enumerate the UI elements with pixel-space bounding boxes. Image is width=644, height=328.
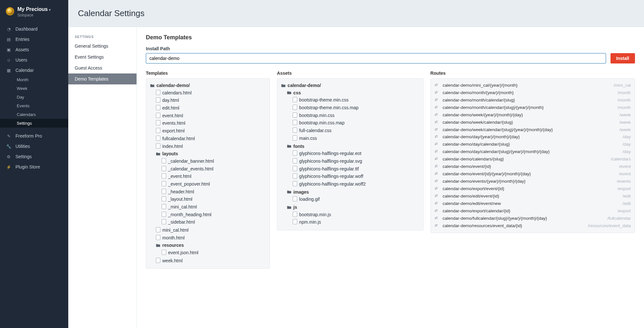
nav-label: Users (15, 57, 27, 63)
route-row: calendar-demo/calendars/{slug}/calendars (435, 156, 631, 163)
route-path: calendar-demo/month/calendar/{slug}/{yea… (443, 104, 614, 111)
routes-column: Routes calendar-demo/mini_cal/{year}/{mo… (431, 71, 635, 269)
file: _event_popover.html (162, 180, 266, 188)
nav-item-entries[interactable]: ▤Entries (0, 34, 68, 44)
nav-item-dashboard[interactable]: ◔Dashboard (0, 24, 68, 34)
route-row: calendar-demo/month/calendar/{slug}/mont… (435, 97, 631, 104)
image-icon: ▣ (6, 47, 12, 52)
settings-item-demo[interactable]: Demo Templates (68, 73, 137, 84)
route-target: /mini_cal (614, 82, 631, 89)
route-target: /day (622, 134, 631, 140)
nav-subitem-calendars[interactable]: Calendars (0, 110, 68, 119)
content-wrap: SETTINGS General SettingsEvent SettingsG… (68, 27, 644, 328)
settings-item-general[interactable]: General Settings (68, 41, 137, 52)
route-path: calendar-demo/week/calendar/{slug} (443, 119, 616, 126)
preview-columns: Templates calendar-demo/calendars.htmlda… (146, 71, 635, 269)
file: glyphicons-halflings-regular.svg (293, 158, 419, 165)
file: glyphicons-halflings-regular.woff2 (293, 180, 419, 188)
nav-subitem-events[interactable]: Events (0, 101, 68, 110)
route-path: calendar-demo/event/{id} (443, 163, 616, 170)
primary-sidebar: My Precious▾ Solspace ◔Dashboard▤Entries… (0, 0, 68, 328)
route-target: /export (618, 186, 631, 192)
install-button[interactable]: Install (611, 53, 635, 63)
site-name: My Precious▾ (17, 6, 51, 12)
app-root: My Precious▾ Solspace ◔Dashboard▤Entries… (0, 0, 644, 328)
folder: imagesloading.gif (287, 188, 419, 204)
route-target: /week (620, 127, 631, 133)
calendar-icon: ▦ (6, 68, 12, 73)
file: glyphicons-halflings-regular.woff (293, 173, 419, 180)
nav-item-settings[interactable]: ⚙Settings (0, 151, 68, 162)
page-title: Calendar Settings (78, 8, 634, 18)
plug-icon: ⚡ (6, 165, 12, 169)
route-path: calendar-demo/export/event/{id} (443, 186, 614, 192)
nav-item-freeform[interactable]: ✎Freeform Pro (0, 131, 68, 141)
route-row: calendar-demo/events/{year}/{month}/{day… (435, 178, 631, 185)
route-target: /edit (622, 193, 631, 200)
route-target: /events (617, 178, 631, 185)
route-row: calendar-demo/event/{id}/event (435, 163, 631, 170)
nav-item-pluginstore[interactable]: ⚡Plugin Store (0, 162, 68, 172)
file: bootstrap.min.js (293, 211, 419, 219)
route-row: calendar-demo/day/calendar/{slug}/{year}… (435, 148, 631, 156)
wrench-icon: 🔧 (6, 144, 12, 149)
nav-item-users[interactable]: ☺Users (0, 55, 68, 65)
nav-subitem-month[interactable]: Month (0, 75, 68, 84)
route-target: /day (622, 141, 631, 148)
nav-label: Dashboard (15, 26, 38, 32)
route-row: calendar-demo/mini_cal/{year}/{month}/mi… (435, 82, 631, 89)
route-row: calendar-demo/week/calendar/{slug}/{year… (435, 126, 631, 134)
route-path: calendar-demo/month/calendar/{slug} (443, 97, 614, 104)
route-path: calendar-demo/export/calendar/{id} (443, 208, 614, 215)
nav-item-utilities[interactable]: 🔧Utilities (0, 141, 68, 151)
nav-subitem-settings[interactable]: Settings (0, 119, 68, 128)
route-path: calendar-demo/week/{year}/{month}/{day} (443, 112, 616, 119)
file: full-calendar.css (293, 127, 419, 135)
file: day.html (156, 97, 266, 104)
file: glyphicons-halflings-regular.ttf (293, 165, 419, 173)
file: bootstrap.min.css.map (293, 119, 419, 127)
settings-item-event[interactable]: Event Settings (68, 52, 137, 63)
folder: fontsglyphicons-halflings-regular.eotgly… (287, 143, 419, 188)
folder: cssbootstrap-theme.min.cssbootstrap-them… (287, 89, 419, 143)
nav-subitem-week[interactable]: Week (0, 84, 68, 93)
route-row: calendar-demo/resources/event_data/{id}/… (435, 222, 631, 230)
nav-item-assets[interactable]: ▣Assets (0, 44, 68, 55)
route-row: calendar-demo/fullcalendar/{slug}/{year}… (435, 215, 631, 222)
route-path: calendar-demo/day/calendar/{slug} (443, 141, 620, 148)
install-path-row: Install (146, 53, 635, 63)
primary-nav: ◔Dashboard▤Entries▣Assets☺Users▦Calendar… (0, 24, 68, 172)
nav-label: Entries (15, 37, 30, 42)
route-target: /fullcalendar (607, 215, 631, 222)
newspaper-icon: ▤ (6, 37, 12, 42)
site-org: Solspace (17, 13, 51, 17)
clipboard-icon: ✎ (6, 134, 12, 139)
route-path: calendar-demo/edit/event/{id} (443, 193, 620, 200)
nav-label: Plugin Store (15, 164, 40, 169)
install-path-label: Install Path (146, 46, 635, 51)
route-row: calendar-demo/export/calendar/{id}/expor… (435, 207, 631, 215)
file: bootstrap-theme.min.css.map (293, 104, 419, 112)
route-row: calendar-demo/edit/event/new/edit (435, 200, 631, 207)
file: _header.html (162, 188, 266, 196)
file: events.html (156, 120, 266, 127)
settings-item-guest[interactable]: Guest Access (68, 63, 137, 73)
nav-label: Utilities (15, 144, 30, 149)
folder: calendar-demo/calendars.htmlday.htmledit… (150, 82, 266, 265)
file: npm.min.js (293, 218, 419, 226)
route-row: calendar-demo/week/{year}/{month}/{day}/… (435, 111, 631, 119)
nav-subitem-day[interactable]: Day (0, 93, 68, 101)
file: loading.gif (293, 196, 419, 203)
route-target: /event (619, 163, 631, 170)
route-path: calendar-demo/events/{year}/{month}/{day… (443, 178, 614, 185)
install-path-input[interactable] (146, 53, 606, 63)
route-target: /month (618, 90, 631, 96)
route-row: calendar-demo/day/calendar/{slug}/day (435, 141, 631, 148)
content-pane: Demo Templates Install Path Install Temp… (137, 27, 644, 328)
file: _event.html (162, 173, 266, 180)
nav-item-calendar[interactable]: ▦Calendar (0, 65, 68, 75)
folder: resourcesevent.json.html (156, 242, 266, 257)
sidebar-header[interactable]: My Precious▾ Solspace (0, 0, 68, 22)
gauge-icon: ◔ (6, 27, 12, 32)
users-icon: ☺ (6, 58, 12, 63)
